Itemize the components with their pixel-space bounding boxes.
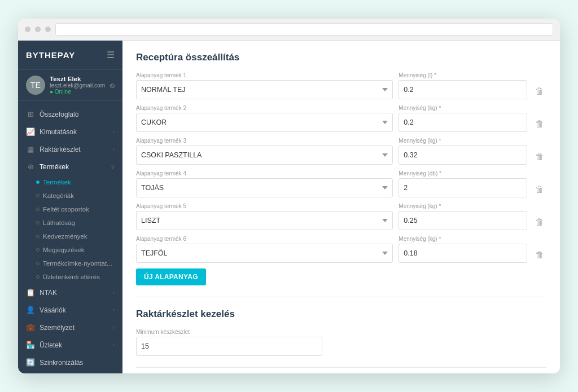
qty-input-3[interactable] — [399, 146, 527, 165]
sub-dot — [36, 180, 40, 184]
ingredient-group-6: Alapanyag termék 6 TEJFÖL — [136, 236, 393, 263]
qty-group-4: Mennyiség (db) * — [399, 170, 527, 197]
ingredient-select-6[interactable]: TEJFÖL — [136, 244, 393, 263]
receptura-title: Receptúra összeállítás — [136, 52, 546, 63]
tag-icon: ⊛ — [26, 162, 35, 171]
ingredient-select-2[interactable]: CUKOR — [136, 113, 393, 132]
sub-dot — [36, 208, 40, 211]
add-ingredient-button[interactable]: ÚJ ALAPANYAG — [136, 268, 206, 285]
qty-input-1[interactable] — [399, 80, 527, 99]
sidebar-item-label: Üzletek — [40, 341, 62, 349]
sub-dot — [36, 194, 40, 197]
avatar: TE — [26, 76, 45, 95]
ingredient-label-5: Alapanyag termék 5 — [136, 203, 393, 209]
qty-input-6[interactable] — [399, 244, 527, 263]
user-status: ● Online — [50, 89, 106, 95]
sidebar-item-label: Termékek — [40, 163, 69, 171]
sidebar-item-szemelyzet[interactable]: 💼 Személyzet › — [18, 319, 122, 336]
main-content: Receptúra összeállítás Alapanyag termék … — [122, 41, 560, 373]
receptura-section: Receptúra összeállítás Alapanyag termék … — [136, 52, 546, 285]
ingredient-select-5[interactable]: LISZT — [136, 211, 393, 230]
ingredient-select-1[interactable]: NORMÁL TEJ — [136, 80, 393, 99]
qty-label-2: Mennyiség (kg) * — [399, 105, 527, 111]
sub-item-label: Megjegyzések — [43, 246, 85, 253]
qty-group-3: Mennyiség (kg) * — [399, 138, 527, 165]
sidebar-item-uzletek[interactable]: 🏪 Üzletek › — [18, 336, 122, 354]
qty-label-6: Mennyiség (kg) * — [399, 236, 527, 242]
qty-group-1: Mennyiség (l) * — [399, 72, 527, 99]
sub-item-label: Termékcímke-nyomtat... — [43, 260, 112, 267]
qty-group-6: Mennyiség (kg) * — [399, 236, 527, 263]
sidebar-item-raktarkeszlet[interactable]: ▦ Raktárkészlet › — [18, 140, 122, 158]
qty-label-5: Mennyiség (kg) * — [399, 203, 527, 209]
arrow-icon: › — [113, 289, 115, 296]
logout-icon[interactable]: ⎋ — [110, 81, 115, 90]
sidebar-item-termekek[interactable]: ⊛ Termékek ∨ — [18, 158, 122, 175]
arrow-icon: › — [113, 129, 115, 135]
box-icon: ▦ — [26, 145, 35, 153]
qty-label-3: Mennyiség (kg) * — [399, 138, 527, 144]
ingredient-select-4[interactable]: TOJÁS — [136, 178, 393, 197]
ingredient-group-2: Alapanyag termék 2 CUKOR — [136, 105, 393, 132]
qty-label-1: Mennyiség (l) * — [399, 72, 527, 78]
sidebar-item-label: Raktárkészlet — [40, 146, 81, 153]
sub-item-kedvezmenyek[interactable]: Kedvezmények — [18, 230, 122, 243]
sidebar-item-osszefoglalo[interactable]: ⊞ Összefoglaló — [18, 105, 122, 123]
qty-input-4[interactable] — [399, 178, 527, 197]
ingredient-row-2: Alapanyag termék 2 CUKOR Mennyiség (kg) … — [136, 105, 546, 132]
sub-item-label: Kedvezmények — [43, 233, 87, 240]
delete-btn-4[interactable]: 🗑 — [533, 183, 546, 196]
qty-input-2[interactable] — [399, 113, 527, 132]
sidebar: BYTHEPAY ☰ TE Teszt Elek teszt.elek@gmai… — [18, 41, 122, 373]
min-stock-group: Minimum készkészlet — [136, 329, 322, 356]
delete-btn-2[interactable]: 🗑 — [533, 117, 546, 131]
sidebar-item-szinkronizalas[interactable]: 🔄 Szinkronizálás — [18, 354, 122, 371]
sidebar-logo: BYTHEPAY ☰ — [18, 41, 122, 70]
arrow-icon: ∨ — [111, 164, 115, 170]
sidebar-item-label: Összefoglaló — [40, 111, 78, 118]
delete-btn-1[interactable]: 🗑 — [533, 85, 546, 98]
app-layout: BYTHEPAY ☰ TE Teszt Elek teszt.elek@gmai… — [18, 41, 560, 373]
qty-group-2: Mennyiség (kg) * — [399, 105, 527, 132]
user-name: Teszt Elek — [50, 76, 106, 82]
ingredient-group-5: Alapanyag termék 5 LISZT — [136, 203, 393, 230]
sub-item-lathatosag[interactable]: Láthatóság — [18, 216, 122, 230]
sub-item-felt-csoportok[interactable]: Feltét csoportok — [18, 202, 122, 216]
raktarkeszlet-title: Raktárkészlet kezelés — [136, 309, 546, 320]
ingredient-group-3: Alapanyag termék 3 CSOKI PASZTILLA — [136, 138, 393, 165]
chart-icon: 📈 — [26, 127, 35, 136]
hamburger-icon[interactable]: ☰ — [107, 50, 115, 60]
ingredient-row-4: Alapanyag termék 4 TOJÁS Mennyiség (db) … — [136, 170, 546, 197]
divider-1 — [136, 297, 546, 297]
sidebar-user: TE Teszt Elek teszt.elek@gmail.com ● Onl… — [18, 70, 122, 101]
qty-label-4: Mennyiség (db) * — [399, 170, 527, 177]
ingredient-group-1: Alapanyag termék 1 NORMÁL TEJ — [136, 72, 393, 99]
ingredient-label-3: Alapanyag termék 3 — [136, 138, 393, 144]
browser-dot-2 — [35, 27, 41, 32]
arrow-icon: › — [113, 307, 115, 313]
sidebar-item-ntak[interactable]: 📋 NTAK › — [18, 284, 122, 301]
sub-item-label: Láthatóság — [43, 219, 75, 226]
sub-item-label: Kategóriák — [43, 192, 74, 199]
address-bar[interactable] — [55, 23, 553, 36]
delete-btn-3[interactable]: 🗑 — [533, 150, 546, 164]
arrow-icon: › — [113, 146, 115, 152]
sub-item-kategoriak[interactable]: Kategóriák — [18, 189, 122, 202]
sidebar-item-vasarlok[interactable]: 👤 Vásárlók › — [18, 301, 122, 319]
sidebar-item-kimutatasok[interactable]: 📈 Kimutatások › — [18, 123, 122, 140]
shop-icon: 🏪 — [26, 341, 35, 349]
sub-item-termekcimke[interactable]: Termékcímke-nyomtat... — [18, 257, 122, 270]
sub-item-megjegyzesek[interactable]: Megjegyzések — [18, 243, 122, 257]
sub-item-uzletenkenti[interactable]: Üzletenkénti eltérés — [18, 270, 122, 284]
delete-btn-6[interactable]: 🗑 — [533, 248, 546, 262]
sub-item-label: Termékek — [43, 179, 71, 186]
avatar-initials: TE — [30, 81, 41, 90]
sub-dot — [36, 262, 40, 265]
delete-btn-5[interactable]: 🗑 — [533, 215, 546, 229]
min-stock-input[interactable] — [136, 337, 322, 356]
sub-item-termekek[interactable]: Termékek — [18, 175, 122, 189]
ingredient-row-1: Alapanyag termék 1 NORMÁL TEJ Mennyiség … — [136, 72, 546, 99]
ingredient-select-3[interactable]: CSOKI PASZTILLA — [136, 146, 393, 165]
sidebar-item-label: Szinkronizálás — [40, 359, 83, 367]
qty-input-5[interactable] — [399, 211, 527, 230]
